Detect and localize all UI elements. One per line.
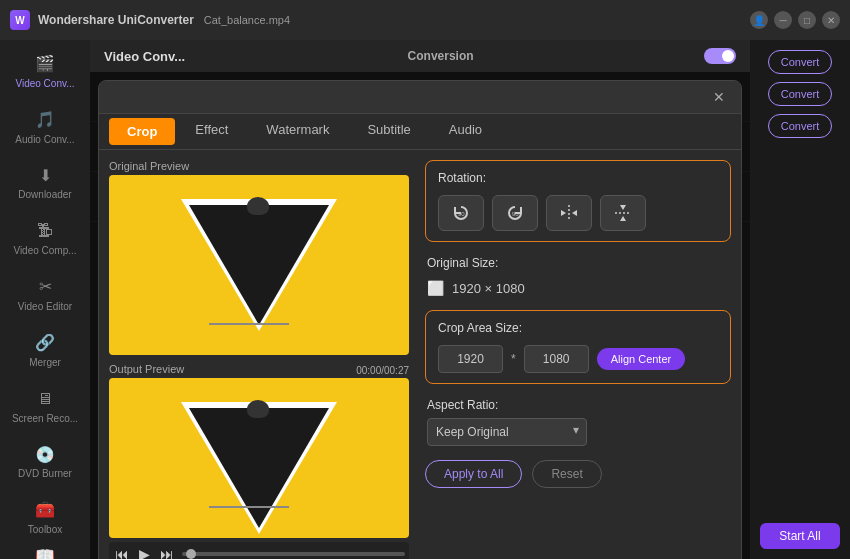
svg-marker-6 [620, 205, 626, 210]
sidebar-item-downloader[interactable]: ⬇ Downloader [0, 156, 90, 212]
sidebar-item-video-compress[interactable]: 🗜 Video Comp... [0, 211, 90, 267]
tab-crop[interactable]: Crop [109, 118, 175, 145]
svg-marker-4 [572, 210, 577, 216]
svg-text:90: 90 [512, 211, 519, 217]
conversion-toggle[interactable] [704, 48, 736, 64]
size-row: ⬜ 1920 × 1080 [427, 280, 729, 296]
output-preview-header: Output Preview 00:00/00:27 [109, 363, 409, 378]
dialog-body: Original Preview [99, 150, 741, 559]
crop-dialog: ✕ Crop Effect Watermark Subtitle Audio [98, 80, 742, 559]
player-play-button[interactable]: ▶ [137, 546, 152, 559]
content-area: Video Conv... Conversion ✕ Crop E [90, 40, 750, 559]
cat-blob [247, 197, 269, 215]
crop-area-title: Crop Area Size: [438, 321, 718, 335]
sidebar-item-toolbox[interactable]: 🧰 Toolbox [0, 490, 90, 546]
rotation-section: Rotation: 90 [425, 160, 731, 242]
dialog-overlay: ✕ Crop Effect Watermark Subtitle Audio [90, 72, 750, 559]
align-center-button[interactable]: Align Center [597, 348, 686, 370]
tab-effect[interactable]: Effect [177, 114, 246, 149]
player-controls: ⏮ ▶ ⏭ [109, 542, 409, 559]
output-triangle-fill [189, 408, 329, 528]
video-convert-icon: 🎬 [4, 54, 86, 75]
sidebar-item-screen-record[interactable]: 🖥 Screen Reco... [0, 379, 90, 435]
rotate-ccw-button[interactable]: 90 [438, 195, 484, 231]
sidebar-item-dvd-burner[interactable]: 💿 DVD Burner [0, 435, 90, 491]
restore-button[interactable]: □ [798, 11, 816, 29]
preview-line [209, 323, 289, 325]
original-preview-label: Original Preview [109, 160, 409, 172]
sidebar: 🎬 Video Conv... 🎵 Audio Conv... ⬇ Downlo… [0, 40, 90, 559]
player-progress-knob [186, 549, 196, 559]
svg-marker-7 [620, 216, 626, 221]
original-size-label: Original Size: [427, 256, 729, 270]
player-progress-bar[interactable] [182, 552, 405, 556]
conversion-label: Conversion [408, 49, 474, 63]
section-header: Video Conv... Conversion [90, 40, 750, 72]
aspect-ratio-label: Aspect Ratio: [427, 398, 729, 412]
reset-button[interactable]: Reset [532, 460, 601, 488]
aspect-ratio-section: Aspect Ratio: Keep Original 16:9 4:3 1:1… [425, 398, 731, 446]
size-value: 1920 × 1080 [452, 281, 525, 296]
original-preview-box [109, 175, 409, 355]
svg-text:90: 90 [458, 211, 465, 217]
convert-button-2[interactable]: Convert [768, 82, 833, 106]
rotation-title: Rotation: [438, 171, 718, 185]
convert-button-1[interactable]: Convert [768, 50, 833, 74]
output-preview-label: Output Preview [109, 363, 184, 375]
tab-audio[interactable]: Audio [431, 114, 500, 149]
triangle-fill [189, 205, 329, 325]
sidebar-bottom: 📖 ❓ [35, 546, 55, 559]
rotate-cw-button[interactable]: 90 [492, 195, 538, 231]
app-logo: W [10, 10, 30, 30]
convert-button-3[interactable]: Convert [768, 114, 833, 138]
rotation-buttons: 90 90 [438, 195, 718, 231]
player-next-button[interactable]: ⏭ [158, 546, 176, 559]
section-title: Video Conv... [104, 49, 185, 64]
sidebar-item-video-convert[interactable]: 🎬 Video Conv... [0, 44, 90, 100]
dvd-icon: 💿 [4, 445, 86, 466]
editor-icon: ✂ [4, 277, 86, 298]
crop-area-section: Crop Area Size: * Align Center [425, 310, 731, 384]
tab-subtitle[interactable]: Subtitle [349, 114, 428, 149]
output-preview-line [209, 506, 289, 508]
controls-column: Rotation: 90 [425, 160, 731, 559]
crop-inputs-row: * Align Center [438, 345, 718, 373]
flip-vertical-button[interactable] [600, 195, 646, 231]
book-icon[interactable]: 📖 [35, 546, 55, 559]
sidebar-item-audio-convert[interactable]: 🎵 Audio Conv... [0, 100, 90, 156]
screen-record-icon: 🖥 [4, 389, 86, 410]
output-time: 00:00/00:27 [356, 365, 409, 376]
audio-convert-icon: 🎵 [4, 110, 86, 131]
crop-height-input[interactable] [524, 345, 589, 373]
output-preview-box [109, 378, 409, 538]
dialog-titlebar: ✕ [99, 81, 741, 114]
compress-icon: 🗜 [4, 221, 86, 242]
start-all-button[interactable]: Start All [760, 523, 840, 549]
crop-width-input[interactable] [438, 345, 503, 373]
svg-marker-3 [561, 210, 566, 216]
aspect-ratio-select[interactable]: Keep Original 16:9 4:3 1:1 Custom [427, 418, 587, 446]
size-icon: ⬜ [427, 280, 444, 296]
aspect-select-wrapper: Keep Original 16:9 4:3 1:1 Custom [427, 418, 587, 446]
original-preview-section: Original Preview [109, 160, 409, 355]
original-size-section: Original Size: ⬜ 1920 × 1080 [425, 256, 731, 296]
dialog-close-button[interactable]: ✕ [707, 87, 731, 107]
player-prev-button[interactable]: ⏮ [113, 546, 131, 559]
output-preview-section: Output Preview 00:00/00:27 [109, 363, 409, 559]
app-name: Wondershare UniConverter [38, 13, 194, 27]
dialog-tabs: Crop Effect Watermark Subtitle Audio [99, 114, 741, 150]
sidebar-item-video-editor[interactable]: ✂ Video Editor [0, 267, 90, 323]
minimize-button[interactable]: ─ [774, 11, 792, 29]
sidebar-item-merger[interactable]: 🔗 Merger [0, 323, 90, 379]
close-button[interactable]: ✕ [822, 11, 840, 29]
apply-all-button[interactable]: Apply to All [425, 460, 522, 488]
right-panel: Convert Convert Convert Start All [750, 40, 850, 559]
crop-separator: * [511, 352, 516, 366]
toolbox-icon: 🧰 [4, 500, 86, 521]
titlebar: W Wondershare UniConverter Cat_balance.m… [0, 0, 850, 40]
profile-icon[interactable]: 👤 [750, 11, 768, 29]
titlebar-filename: Cat_balance.mp4 [204, 14, 290, 26]
flip-horizontal-button[interactable] [546, 195, 592, 231]
tab-watermark[interactable]: Watermark [248, 114, 347, 149]
downloader-icon: ⬇ [4, 166, 86, 187]
